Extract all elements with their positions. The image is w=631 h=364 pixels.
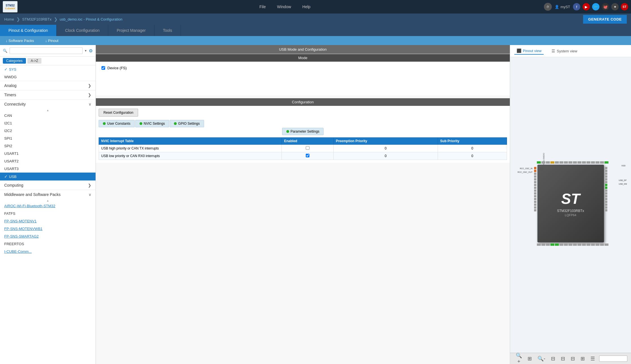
sidebar-item-usart1[interactable]: USART1 [0,150,96,157]
sidebar-item-fp-motenv1[interactable]: FP-SNS-MOTENV1 [0,217,96,225]
sidebar-item-usart2[interactable]: USART2 [0,157,96,165]
star-icon[interactable]: ✦ [611,3,619,10]
chevron-down-icon-connectivity: ∨ [88,102,91,106]
split-button[interactable]: ⊟ [569,355,576,362]
pin-top-11 [582,161,586,164]
sub-tab-pinout[interactable]: ↓ Pinout [45,39,58,43]
sidebar-item-sys[interactable]: ✓ SYS [0,65,96,73]
pin-bot-15 [600,244,604,246]
myst-button[interactable]: 👤 myST [555,5,570,9]
twitter-icon[interactable]: 🐦 [592,3,599,10]
center-panel: USB Mode and Configuration Mode Device (… [96,45,510,364]
sidebar-item-can[interactable]: CAN [0,112,96,119]
search-dropdown-icon[interactable]: ▾ [85,49,87,53]
system-view-tab[interactable]: ☰ System view [549,48,579,54]
github-icon[interactable]: 🐙 [602,3,609,10]
nav-help[interactable]: Help [302,5,311,9]
nvic-interrupt-2: USB low priority or CAN RX0 interrupts [99,152,282,160]
fit-button[interactable]: ⊞ [526,355,533,362]
cat-tab-categories[interactable]: Categories [3,58,26,64]
nvic-settings-tab[interactable]: NVIC Settings [135,120,169,127]
sidebar-item-usart3[interactable]: USART3 [0,165,96,173]
sidebar-item-fatfs[interactable]: FATFS [0,210,96,217]
pin-left-3 [534,173,536,175]
sidebar-item-wwdg[interactable]: WWDG [0,73,96,81]
list-button[interactable]: ☰ [589,355,596,362]
sub-tab-software-packs[interactable]: ↓ Software Packs [6,39,34,43]
generate-code-button[interactable]: GENERATE CODE [583,15,627,24]
system-view-icon: ☰ [552,49,555,53]
sidebar-item-spi2[interactable]: SPI2 [0,142,96,150]
sidebar-section-analog[interactable]: Analog ❯ [0,81,96,90]
logo-area[interactable]: STM32 CubeMX [3,1,17,12]
layer2-button[interactable]: ⊟ [559,355,566,362]
tab-tools[interactable]: Tools [154,25,181,36]
tab-clock-configuration[interactable]: Clock Configuration [57,25,108,36]
sidebar-section-timers[interactable]: Timers ❯ [0,90,96,99]
st-icon[interactable]: ST [621,3,628,10]
sub-tab-bar: ↓ Software Packs ↓ Pinout [0,36,631,45]
nvic-col-enabled: Enabled [282,138,334,145]
tab-pinout-configuration[interactable]: Pinout & Configuration [0,25,57,36]
nav-window[interactable]: Window [277,5,291,9]
middleware-scroll-up-arrow[interactable]: ▲ [0,199,96,202]
category-tabs: Categories A->Z [0,57,96,65]
pin-right-3 [605,173,607,175]
pin-left-8 [534,187,536,189]
scroll-up-arrow[interactable]: ▲ [0,109,96,112]
gear-icon[interactable]: ⚙ [89,48,93,53]
pin-bot-12 [586,244,590,246]
sidebar-item-i2c2[interactable]: I2C2 [0,127,96,135]
nvic-enabled-1[interactable] [282,145,334,152]
facebook-icon[interactable]: f [573,3,580,10]
pin-left-1 [534,167,536,169]
nvic-checkbox-2[interactable] [306,154,309,157]
grid-button[interactable]: ⊞ [579,355,586,362]
sidebar-item-spi1[interactable]: SPI1 [0,135,96,142]
pin-bot-6 [559,244,563,246]
pin-bot-3 [546,244,550,246]
pin-left-6 [534,181,536,183]
sidebar-section-computing[interactable]: Computing ❯ [0,180,96,190]
zoom-out-button[interactable]: 🔍- [536,355,547,362]
cat-tab-az[interactable]: A->Z [27,58,41,64]
youtube-icon[interactable]: ▶ [583,3,590,10]
sidebar-item-freertos[interactable]: FREERTOS [0,240,96,248]
config-content: Reset Configuration User Constants NVIC … [96,106,510,163]
user-constants-tab[interactable]: User Constants [99,120,135,127]
parameter-settings-tab[interactable]: Parameter Settings [282,128,324,135]
right-pins [605,167,607,211]
sidebar-section-middleware[interactable]: Middleware and Software Packs ∨ [0,190,96,199]
sidebar-item-i2c1[interactable]: I2C1 [0,119,96,127]
pin-left-10 [534,192,536,195]
pinout-view-tab[interactable]: ⬛ Pinout view [514,47,544,55]
pin-bot-2 [541,244,545,246]
connectivity-children: CAN I2C1 I2C2 SPI1 SPI2 USART1 U [0,112,96,180]
nav-file[interactable]: File [259,5,266,9]
sidebar-item-airoc[interactable]: AIROC-Wi-Fi-Bluetooth-STM32 [0,202,96,210]
layer1-button[interactable]: ⊟ [550,355,557,362]
sidebar-section-connectivity[interactable]: Connectivity ∨ [0,99,96,109]
sidebar-item-usb[interactable]: ✓ USB [0,173,96,180]
breadcrumb-home[interactable]: Home [4,17,14,21]
pin-left-5 [534,178,536,180]
chip-search-input[interactable] [599,356,627,362]
reset-config-button[interactable]: Reset Configuration [99,109,138,117]
nvic-sub-1: 0 [438,145,507,152]
nvic-enabled-2[interactable] [282,152,334,160]
gpio-settings-tab[interactable]: GPIO Settings [170,120,204,127]
sidebar-item-fp-smartag2[interactable]: FP-SNS-SMARTAG2 [0,233,96,240]
table-row: USB high priority or CAN TX interrupts 0… [99,145,507,152]
nvic-checkbox-1[interactable] [306,146,309,150]
nvic-sub-2: 0 [438,152,507,160]
sidebar-item-icube[interactable]: I-CUBE-Comm... [0,248,96,255]
pin-bot-5 [555,244,559,246]
device-fs-checkbox[interactable] [101,66,105,70]
sidebar-item-fp-motenvwb1[interactable]: FP-SNS-MOTENVWB1 [0,225,96,233]
search-input[interactable] [10,47,83,54]
pin-right-6 [605,181,607,183]
zoom-in-button[interactable]: 🔍+ [514,352,523,364]
breadcrumb-device[interactable]: STM32F103RBTx [22,17,52,21]
pin-bot-14 [595,244,599,246]
tab-project-manager[interactable]: Project Manager [108,25,154,36]
